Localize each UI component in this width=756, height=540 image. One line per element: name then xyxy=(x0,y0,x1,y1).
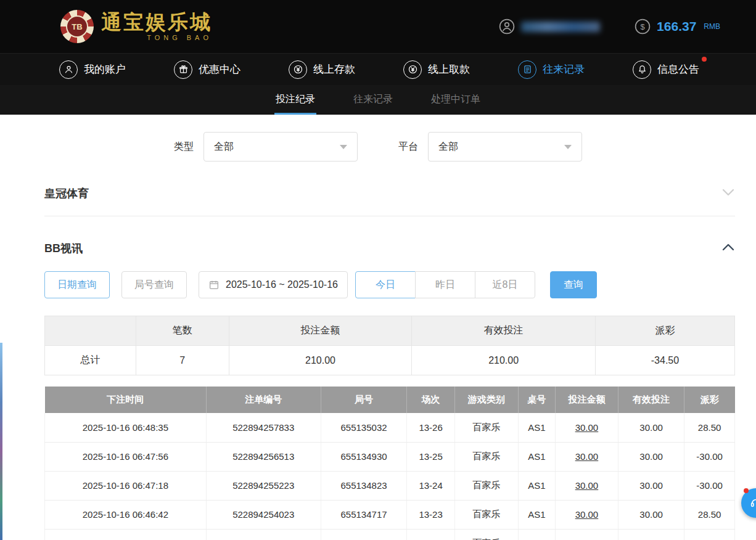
summary-total-row: 总计 7 210.00 210.00 -34.50 xyxy=(45,346,735,375)
quick-range-group: 今日 昨日 近8日 xyxy=(355,271,535,298)
records-icon xyxy=(518,60,536,79)
type-select[interactable]: 全部 xyxy=(203,132,358,162)
bet-time: 2025-10-16 06:46:10 xyxy=(45,529,207,540)
col-bet-time: 下注时间 xyxy=(45,387,207,413)
valid-bet: 30.00 xyxy=(618,500,684,529)
col-valid-bet: 有效投注 xyxy=(618,387,684,413)
last-8-days-button[interactable]: 近8日 xyxy=(475,271,535,298)
col-table-no: 桌号 xyxy=(518,387,555,413)
section-title-crown-sports: 皇冠体育 xyxy=(44,186,89,201)
nav-item-my-account[interactable]: 我的账户 xyxy=(59,60,126,79)
col-round-id: 局号 xyxy=(321,387,407,413)
bet-amount-link[interactable]: 30.00 xyxy=(556,442,618,471)
nav-label: 信息公告 xyxy=(657,62,699,76)
summary-table: 笔数 投注金额 有效投注 派彩 总计 7 210.00 210.00 -34.5… xyxy=(44,316,735,375)
date-query-button[interactable]: 日期查询 xyxy=(44,271,110,298)
order-id: 522894254023 xyxy=(206,500,321,529)
summary-header-payout: 派彩 xyxy=(595,316,734,346)
col-bet-amount: 投注金额 xyxy=(556,387,618,413)
bet-amount-link[interactable]: 30.00 xyxy=(556,529,618,540)
nav-item-promotions[interactable]: 优惠中心 xyxy=(174,60,240,79)
table-no: AS1 xyxy=(518,471,555,500)
notification-dot xyxy=(744,488,749,493)
collapse-chevron-down-icon[interactable] xyxy=(721,188,735,199)
payout: -30.00 xyxy=(684,529,735,540)
main-nav: 我的账户 优惠中心 线上存款 线上取款 往来记录 信息公告 xyxy=(0,53,756,85)
type-filter-label: 类型 xyxy=(174,141,194,153)
today-button[interactable]: 今日 xyxy=(355,271,416,298)
section-crown-sports: 皇冠体育 xyxy=(44,186,735,201)
nav-item-withdraw[interactable]: 线上取款 xyxy=(403,60,470,79)
section-title-bb-video: BB视讯 xyxy=(44,241,83,256)
section-divider xyxy=(44,216,735,216)
summary-total-label: 总计 xyxy=(45,346,136,375)
bet-time: 2025-10-16 06:48:35 xyxy=(45,413,207,442)
poker-chip-label: TB xyxy=(66,15,88,38)
session: 13-25 xyxy=(407,442,454,471)
tab-betting-records[interactable]: 投注纪录 xyxy=(274,85,316,115)
account-summary[interactable] xyxy=(499,18,600,35)
section-bb-video: BB视讯 xyxy=(44,241,735,256)
coin-icon: $ xyxy=(635,18,651,35)
summary-header-valid-bet: 有效投注 xyxy=(412,316,596,346)
nav-item-transaction-records[interactable]: 往来记录 xyxy=(518,60,585,79)
tab-transaction-records[interactable]: 往来记录 xyxy=(352,85,394,115)
summary-bet-amount: 210.00 xyxy=(229,346,412,375)
user-icon xyxy=(499,18,515,35)
col-session: 场次 xyxy=(407,387,454,413)
round-query-button[interactable]: 局号查询 xyxy=(121,271,187,298)
nav-item-deposit[interactable]: 线上存款 xyxy=(289,60,355,79)
notification-dot xyxy=(702,57,707,62)
summary-header-count: 笔数 xyxy=(136,316,229,346)
query-toolbar: 日期查询 局号查询 2025-10-16 ~ 2025-10-16 今日 昨日 … xyxy=(44,271,735,298)
background-image-sliver xyxy=(0,343,2,540)
col-payout: 派彩 xyxy=(684,387,735,413)
platform-filter-label: 平台 xyxy=(398,141,418,153)
username-blurred xyxy=(521,22,600,32)
collapse-chevron-up-icon[interactable] xyxy=(721,243,735,254)
headset-icon xyxy=(749,496,756,510)
search-button[interactable]: 查询 xyxy=(550,271,597,298)
valid-bet: 30.00 xyxy=(618,442,684,471)
brand-logo[interactable]: TB 通宝娱乐城 TONG BAO xyxy=(60,10,212,43)
table-row: 2025-10-16 06:47:56 522894256513 6551349… xyxy=(45,442,735,471)
game-type: 百家乐 xyxy=(454,500,518,529)
round-id: 655134627 xyxy=(321,529,407,540)
nav-item-announcements[interactable]: 信息公告 xyxy=(633,60,699,79)
nav-label: 我的账户 xyxy=(84,62,126,76)
date-range-value: 2025-10-16 ~ 2025-10-16 xyxy=(226,279,338,290)
chevron-down-icon xyxy=(564,145,572,149)
payout: -30.00 xyxy=(684,471,735,500)
bet-amount-link[interactable]: 30.00 xyxy=(556,413,618,442)
bet-amount-link[interactable]: 30.00 xyxy=(556,500,618,529)
summary-header-empty xyxy=(45,316,136,346)
tab-pending-orders[interactable]: 处理中订单 xyxy=(430,85,482,115)
table-row: 2025-10-16 06:47:18 522894255223 6551348… xyxy=(45,471,735,500)
table-row: 2025-10-16 06:48:35 522894257833 6551350… xyxy=(45,413,735,442)
session: 13-22 xyxy=(407,529,454,540)
payout: 28.50 xyxy=(684,500,735,529)
valid-bet: 30.00 xyxy=(618,471,684,500)
brand-name-cn: 通宝娱乐城 xyxy=(101,12,212,32)
account-icon xyxy=(59,60,78,79)
platform-select[interactable]: 全部 xyxy=(428,132,582,162)
balance[interactable]: $ 166.37 RMB xyxy=(635,18,720,35)
session: 13-23 xyxy=(407,500,454,529)
bet-time: 2025-10-16 06:46:42 xyxy=(45,500,207,529)
calendar-icon xyxy=(208,279,220,290)
filter-row: 类型 全部 平台 全部 xyxy=(174,132,735,162)
col-order-id: 注单编号 xyxy=(206,387,321,413)
date-range-input[interactable]: 2025-10-16 ~ 2025-10-16 xyxy=(199,271,348,298)
summary-count: 7 xyxy=(136,346,229,375)
balance-amount: 166.37 xyxy=(657,19,696,34)
yesterday-button[interactable]: 昨日 xyxy=(415,271,475,298)
summary-header-bet-amount: 投注金额 xyxy=(229,316,412,346)
valid-bet: 30.00 xyxy=(618,413,684,442)
bet-time: 2025-10-16 06:47:18 xyxy=(45,471,207,500)
round-id: 655134930 xyxy=(321,442,407,471)
table-header-row: 下注时间 注单编号 局号 场次 游戏类别 桌号 投注金额 有效投注 派彩 xyxy=(45,387,735,413)
table-no: AS1 xyxy=(518,529,555,540)
round-id: 655134823 xyxy=(321,471,407,500)
bet-amount-link[interactable]: 30.00 xyxy=(556,471,618,500)
session: 13-26 xyxy=(407,413,454,442)
